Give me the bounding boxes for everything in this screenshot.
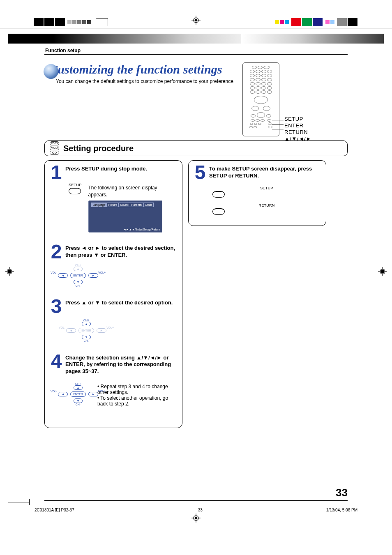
remote-label-group: SETUP ENTER RETURN ▲/▼/◄/► [284,116,311,142]
procedure-heading-bar: DVD VCD CD Setting procedure [44,140,348,156]
registration-mark-icon [378,267,387,278]
step-2: 2 Press ◄ or ► to select the desired sec… [50,244,177,287]
svg-rect-11 [381,270,384,273]
setup-button-icon: SETUP [69,183,82,194]
dpad-diagram: CH+ ▲ VOL- VOL+ ◄ ENTER ► ▼ CH- [58,382,98,406]
step-number: 2 [50,244,63,260]
remote-illustration: SETUP ENTER RETURN ▲/▼/◄/► [240,62,347,145]
section-label: Function setup [45,48,81,53]
footer-left: 2C01801A [E] P32-37 [35,508,74,512]
dpad-diagram: CH+ ▲ VOL- VOL+ ◄ ENTER ► ▼ CH- [58,264,98,287]
step-number: 4 [50,354,63,369]
title-bubble-icon [44,64,58,79]
crop-mark-icon [8,502,30,502]
footer-mid: 33 [198,508,203,512]
osd-screenshot: LanguagePictureSoundParentalOther ◄►▲▼/E… [88,200,162,233]
svg-rect-7 [8,270,11,273]
header-gradient [8,34,384,44]
step-number: 5 [194,165,207,180]
registration-mark-icon [191,16,201,27]
printer-register-bar [0,18,392,33]
page-subtitle: You can change the default settings to c… [56,78,242,85]
return-button-icon: RETURN [212,203,321,215]
step-1: 1 Press SETUP during stop mode. SETUP Th… [50,165,177,233]
svg-rect-15 [195,517,197,519]
step-number: 1 [50,165,63,180]
page-number: 33 [336,486,348,499]
step-3: 3 Press ▲ or ▼ to select the desired opt… [50,299,177,342]
step-notes: Repeat step 3 and 4 to change other sett… [97,384,177,407]
remote-label-setup: SETUP [284,116,311,122]
step-body: The following on-screen display appears. [88,184,177,198]
disc-badges: DVD VCD CD [50,141,59,155]
step-5: 5 To make SETUP screen disappear, press … [194,165,321,215]
setup-button-icon: SETUP [212,186,321,198]
step-4: 4 Change the selection using ▲/▼/◄/► or … [50,354,177,407]
steps-right-column: 5 To make SETUP screen disappear, press … [188,160,326,226]
step-number: 3 [50,299,63,314]
steps-left-column: 1 Press SETUP during stop mode. SETUP Th… [44,160,182,428]
dpad-diagram: CH+ ▲ VOL- VOL+ ◄ ENTER ► ▼ CH- [66,319,106,342]
remote-label-enter: ENTER [284,122,311,129]
step-title: Press SETUP during stop mode. [65,165,177,173]
step-title: Press ▲ or ▼ to select the desired optio… [65,299,177,306]
registration-mark-icon [191,514,201,525]
step-title: Press ◄ or ► to select the desired secti… [65,244,177,259]
registration-mark-icon [5,267,14,278]
remote-label-return: RETURN [284,129,311,135]
footer-right: 1/13/04, 5:06 PM [326,508,357,512]
svg-rect-3 [195,19,197,21]
step-title: To make SETUP screen disappear, press SE… [209,165,321,180]
step-title: Change the selection using ▲/▼/◄/► or EN… [65,354,177,375]
procedure-title: Setting procedure [63,144,134,153]
footer-row: 2C01801A [E] P32-37 33 1/13/04, 5:06 PM [35,508,357,512]
osd-hint: ◄►▲▼/Enter/Setup/Return [123,228,160,231]
page-title: Customizing the function settings [49,62,242,76]
